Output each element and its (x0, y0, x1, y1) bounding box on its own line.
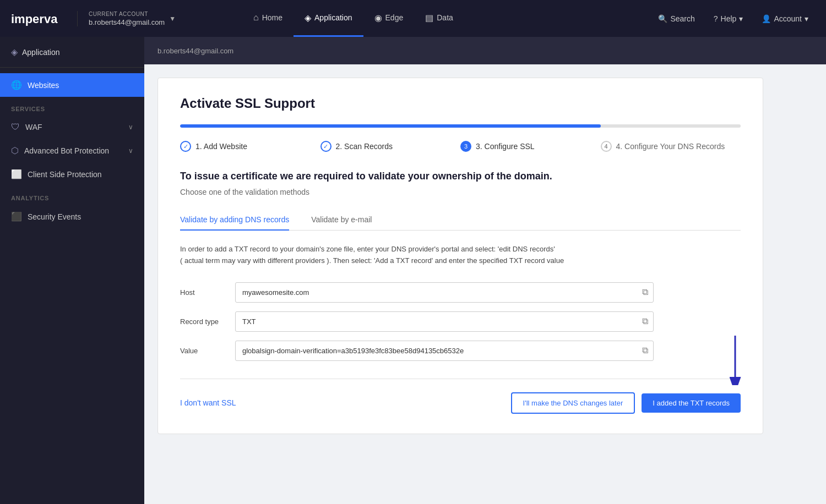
nav-edge[interactable]: ◉ Edge (363, 0, 415, 37)
step-label-4: 4. Configure Your DNS Records (616, 142, 725, 151)
check-icon-1: ✓ (183, 143, 188, 150)
field-host: Host ⧉ (180, 282, 741, 303)
action-buttons: I don't want SSL I'll make the DNS chang (180, 392, 741, 414)
sidebar-item-advanced-bot[interactable]: ⬡ Advanced Bot Protection ∨ (0, 139, 144, 162)
tab-dns[interactable]: Validate by adding DNS records (180, 210, 289, 231)
sidebar-item-client-side[interactable]: ⬜ Client Side Protection (0, 162, 144, 186)
user-icon: 👤 (762, 14, 771, 23)
divider (180, 379, 741, 379)
sidebar-services-label: SERVICES (0, 97, 144, 116)
svg-text:imperva: imperva (11, 12, 58, 26)
sidebar-nav: 🌐 Websites SERVICES 🛡 WAF ∨ ⬡ Advanced B… (0, 68, 144, 234)
btn-group: I'll make the DNS changes later I added … (511, 392, 741, 414)
main-card: Activate SSL Support ✓ 1. Add Website (157, 78, 763, 434)
host-input[interactable] (235, 282, 654, 303)
account-chevron-icon: ▾ (805, 14, 808, 23)
layers-icon: ◈ (11, 47, 18, 57)
nav-home[interactable]: ⌂ Home (242, 0, 294, 37)
nav-items: ⌂ Home ◈ Application ◉ Edge ▤ Data (242, 0, 651, 37)
nav-application[interactable]: ◈ Application (294, 0, 363, 37)
check-icon-2: ✓ (323, 143, 328, 150)
bot-icon: ⬡ (11, 145, 19, 156)
data-icon: ▤ (425, 13, 433, 23)
copy-value-icon[interactable]: ⧉ (642, 346, 648, 355)
record-type-input[interactable] (235, 311, 654, 332)
sidebar-item-websites[interactable]: 🌐 Websites (0, 73, 144, 97)
no-ssl-button[interactable]: I don't want SSL (180, 398, 236, 407)
record-type-label: Record type (180, 317, 235, 326)
home-icon: ⌂ (253, 13, 259, 23)
sidebar-item-waf[interactable]: 🛡 WAF ∨ (0, 116, 144, 139)
nav-data[interactable]: ▤ Data (414, 0, 464, 37)
search-icon: 🔍 (658, 14, 667, 23)
progress-bar (180, 124, 741, 128)
account-chevron-icon: ▼ (169, 15, 176, 23)
step-number-3: 3 (464, 143, 468, 150)
sidebar-analytics-label: ANALYTICS (0, 186, 144, 205)
added-txt-records-button[interactable]: I added the TXT records (642, 393, 741, 413)
help-chevron-icon: ▾ (739, 14, 743, 23)
step-label-2: 2. Scan Records (336, 142, 393, 151)
account-section[interactable]: CURRENT ACCOUNT b.roberts44@gmail.com ▼ (77, 11, 231, 26)
main-layout: ◈ Application 🌐 Websites SERVICES 🛡 WAF … (0, 37, 826, 504)
dns-description: In order to add a TXT record to your dom… (180, 244, 599, 267)
account-button[interactable]: 👤 Account ▾ (755, 0, 815, 37)
application-icon: ◈ (305, 13, 311, 23)
edge-icon: ◉ (374, 13, 382, 23)
field-value: Value ⧉ (180, 341, 741, 361)
host-label: Host (180, 288, 235, 297)
sidebar: ◈ Application 🌐 Websites SERVICES 🛡 WAF … (0, 37, 144, 504)
step-circle-4: 4 (601, 141, 612, 152)
step-circle-1: ✓ (180, 141, 191, 152)
content-area: b.roberts44@gmail.com Activate SSL Suppo… (144, 37, 826, 504)
step-number-4: 4 (604, 143, 607, 150)
shield-icon: 🛡 (11, 122, 20, 132)
help-icon: ? (714, 14, 718, 23)
account-email: b.roberts44@gmail.com (89, 18, 165, 26)
make-dns-later-button[interactable]: I'll make the DNS changes later (511, 392, 635, 414)
search-button[interactable]: 🔍 Search (651, 0, 701, 37)
waf-chevron-icon: ∨ (128, 123, 133, 131)
step-configure-dns: 4 4. Configure Your DNS Records (601, 141, 741, 152)
copy-host-icon[interactable]: ⧉ (642, 287, 648, 297)
current-account-label: CURRENT ACCOUNT (89, 11, 165, 17)
events-icon: ⬛ (11, 211, 22, 222)
value-label: Value (180, 347, 235, 355)
bot-chevron-icon: ∨ (128, 147, 133, 155)
step-label-3: 3. Configure SSL (476, 142, 535, 151)
step-configure-ssl: 3 3. Configure SSL (460, 141, 601, 152)
validation-title: To issue a certificate we are required t… (180, 169, 741, 183)
step-label-1: 1. Add Website (195, 142, 247, 151)
sidebar-app: ◈ Application (11, 47, 133, 57)
websites-icon: 🌐 (11, 80, 22, 90)
value-input-wrapper: ⧉ (235, 341, 654, 361)
value-input[interactable] (235, 341, 654, 361)
sidebar-header: ◈ Application (0, 37, 144, 68)
step-circle-3: 3 (460, 141, 471, 152)
copy-record-type-icon[interactable]: ⧉ (642, 316, 648, 326)
logo: imperva (11, 11, 66, 26)
field-record-type: Record type ⧉ (180, 311, 741, 332)
host-input-wrapper: ⧉ (235, 282, 654, 303)
progress-bar-fill (180, 124, 601, 128)
validation-subtitle: Choose one of the validation methods (180, 188, 741, 196)
nav-right: 🔍 Search ? Help ▾ 👤 Account ▾ (651, 0, 815, 37)
step-add-website: ✓ 1. Add Website (180, 141, 320, 152)
sidebar-item-security-events[interactable]: ⬛ Security Events (0, 205, 144, 228)
top-nav: imperva CURRENT ACCOUNT b.roberts44@gmai… (0, 0, 826, 37)
tab-email[interactable]: Validate by e-mail (311, 210, 372, 231)
help-button[interactable]: ? Help ▾ (707, 0, 750, 37)
content-main: Activate SSL Support ✓ 1. Add Website (144, 64, 826, 504)
page-title: Activate SSL Support (180, 96, 741, 111)
steps: ✓ 1. Add Website ✓ 2. Scan Records 3 (180, 141, 741, 152)
client-icon: ⬜ (11, 169, 22, 179)
step-scan-records: ✓ 2. Scan Records (320, 141, 461, 152)
record-type-input-wrapper: ⧉ (235, 311, 654, 332)
validation-tabs: Validate by adding DNS records Validate … (180, 210, 741, 231)
breadcrumb: b.roberts44@gmail.com (144, 37, 826, 64)
step-circle-2: ✓ (320, 141, 332, 152)
